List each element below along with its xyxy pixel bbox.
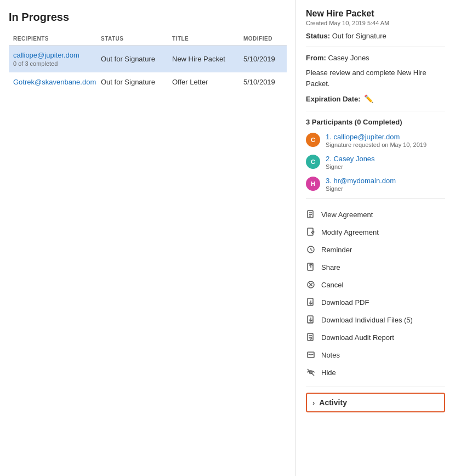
left-panel: In Progress RECIPIENTS STATUS TITLE MODI… <box>0 0 296 476</box>
activity-button[interactable]: › Activity <box>306 393 445 412</box>
table-row[interactable]: calliope@jupiter.dom 0 of 3 completed Ou… <box>9 46 287 72</box>
activity-label: Activity <box>319 398 347 407</box>
participant-avatar: C <box>306 133 320 147</box>
from-label: From: <box>306 54 326 62</box>
hide-icon <box>306 367 316 377</box>
detail-expiration: Expiration Date: ✏️ <box>306 94 445 103</box>
share-action[interactable]: Share <box>306 258 445 276</box>
view-agreement-action[interactable]: View Agreement <box>306 206 445 223</box>
detail-from-row: From: Casey Jones <box>306 54 445 62</box>
divider-2 <box>306 111 445 111</box>
col-header-status: STATUS <box>101 36 172 42</box>
status-label: Status: <box>306 32 330 40</box>
cell-title: New Hire Packet <box>172 51 243 67</box>
participant-name[interactable]: 2. Casey Jones <box>326 155 375 163</box>
participant-sub: Signer <box>326 185 396 192</box>
cell-recipient: calliope@jupiter.dom 0 of 3 completed <box>13 51 101 67</box>
chevron-right-icon: › <box>312 399 315 407</box>
participant-sub: Signature requested on May 10, 2019 <box>326 141 426 148</box>
cell-status: Out for Signature <box>101 78 172 86</box>
participant-item: H 3. hr@mydomain.dom Signer <box>306 177 445 192</box>
divider-3 <box>306 199 445 199</box>
notes-label: Notes <box>321 351 340 359</box>
detail-status-row: Status: Out for Signature <box>306 32 445 40</box>
detail-created: Created May 10, 2019 5:44 AM <box>306 20 445 26</box>
notes-icon <box>306 350 316 360</box>
cell-recipient: Gotrek@skavenbane.dom <box>13 78 101 86</box>
participant-info: 1. calliope@jupiter.dom Signature reques… <box>326 133 426 148</box>
cancel-icon <box>306 280 316 290</box>
modify-agreement-action[interactable]: Modify Agreement <box>306 223 445 241</box>
hide-label: Hide <box>321 369 336 377</box>
divider-1 <box>306 47 445 47</box>
participant-name[interactable]: 3. hr@mydomain.dom <box>326 177 396 185</box>
download-pdf-action[interactable]: Download PDF <box>306 293 445 311</box>
reminder-icon <box>306 245 316 254</box>
cancel-label: Cancel <box>321 281 343 289</box>
activity-section: › Activity <box>306 387 445 412</box>
participants-title: 3 Participants (0 Completed) <box>306 118 445 126</box>
recipient-email: Gotrek@skavenbane.dom <box>13 78 101 86</box>
cancel-action[interactable]: Cancel <box>306 276 445 293</box>
download-pdf-label: Download PDF <box>321 298 369 307</box>
view-agreement-icon <box>306 209 316 219</box>
participant-avatar: C <box>306 155 320 169</box>
col-header-title: TITLE <box>172 36 243 42</box>
cell-modified: 5/10/2019 <box>243 78 298 86</box>
download-audit-report-action[interactable]: Download Audit Report <box>306 328 445 346</box>
status-value: Out for Signature <box>332 32 386 40</box>
right-panel: New Hire Packet Created May 10, 2019 5:4… <box>296 0 455 476</box>
reminder-action[interactable]: Reminder <box>306 241 445 258</box>
reminder-label: Reminder <box>321 246 352 254</box>
download-individual-files-icon <box>306 315 316 325</box>
participant-avatar: H <box>306 177 320 191</box>
participant-info: 3. hr@mydomain.dom Signer <box>326 177 396 192</box>
download-audit-report-icon <box>306 332 316 342</box>
participant-name[interactable]: 1. calliope@jupiter.dom <box>326 133 426 141</box>
download-pdf-icon <box>306 297 316 307</box>
table-row[interactable]: Gotrek@skavenbane.dom Out for Signature … <box>9 72 287 92</box>
download-individual-files-label: Download Individual Files (5) <box>321 316 413 324</box>
modify-agreement-icon <box>306 227 316 237</box>
cell-modified: 5/10/2019 <box>243 51 298 67</box>
table-header: RECIPIENTS STATUS TITLE MODIFIED <box>9 32 287 46</box>
share-label: Share <box>321 263 340 271</box>
hide-action[interactable]: Hide <box>306 364 445 381</box>
participant-item: C 1. calliope@jupiter.dom Signature requ… <box>306 133 445 148</box>
svg-line-23 <box>308 369 314 376</box>
detail-title: New Hire Packet <box>306 9 445 19</box>
download-individual-files-action[interactable]: Download Individual Files (5) <box>306 311 445 328</box>
action-list: View Agreement Modify Agreement <box>306 206 445 381</box>
cell-title: Offer Letter <box>172 78 243 86</box>
recipient-sub: 0 of 3 completed <box>13 60 101 67</box>
share-icon <box>306 262 316 272</box>
expiration-label: Expiration Date: <box>306 95 361 103</box>
svg-line-7 <box>311 250 312 251</box>
col-header-modified: MODIFIED <box>243 36 298 42</box>
view-agreement-label: View Agreement <box>321 211 373 219</box>
recipient-email: calliope@jupiter.dom <box>13 51 101 59</box>
col-header-recipients: RECIPIENTS <box>13 36 101 42</box>
cell-status: Out for Signature <box>101 51 172 67</box>
detail-message: Please review and complete New Hire Pack… <box>306 67 445 89</box>
page-title: In Progress <box>9 11 287 24</box>
edit-expiration-icon[interactable]: ✏️ <box>364 94 373 103</box>
participant-sub: Signer <box>326 163 375 170</box>
modify-agreement-label: Modify Agreement <box>321 228 379 236</box>
participant-item: C 2. Casey Jones Signer <box>306 155 445 170</box>
notes-action[interactable]: Notes <box>306 346 445 364</box>
participant-info: 2. Casey Jones Signer <box>326 155 375 170</box>
from-value: Casey Jones <box>328 54 369 62</box>
download-audit-report-label: Download Audit Report <box>321 333 394 342</box>
